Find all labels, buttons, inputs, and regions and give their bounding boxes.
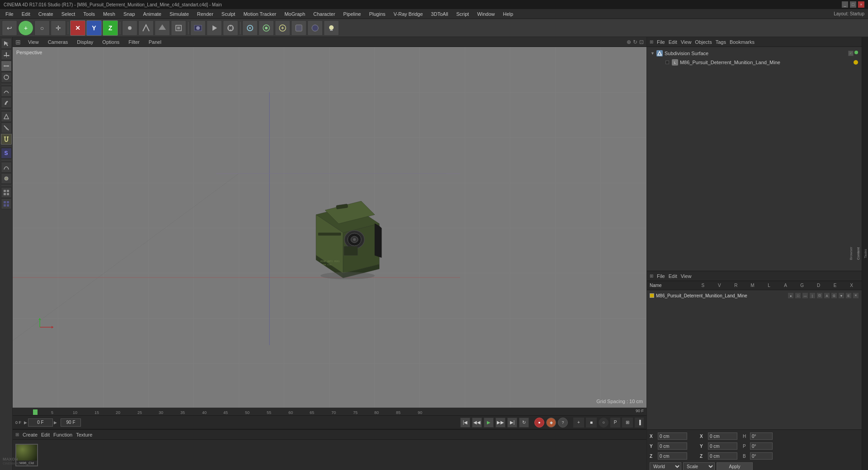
tool2-button[interactable] — [275, 20, 290, 36]
help-button[interactable]: ? — [558, 418, 568, 428]
menu-pipeline[interactable]: Pipeline — [340, 10, 364, 18]
points-mode-button[interactable] — [122, 20, 137, 36]
om-bookmarks-menu[interactable]: Bookmarks — [730, 39, 755, 45]
undo-button[interactable]: ↩ — [2, 20, 17, 36]
move-button[interactable]: ✛ — [51, 20, 66, 36]
attr-view-menu[interactable]: View — [681, 273, 692, 279]
add-key-button[interactable]: + — [573, 418, 584, 428]
viewport-view-menu[interactable]: View — [26, 38, 41, 46]
viewport-zoom-icon[interactable]: ⊕ — [627, 39, 631, 45]
go-to-end-button[interactable]: ▶| — [507, 418, 517, 428]
menu-vray[interactable]: V-Ray Bridge — [390, 10, 427, 18]
keyframe-button[interactable]: ◆ — [546, 418, 556, 428]
om-objects-menu[interactable]: Objects — [695, 39, 712, 45]
tool3-button[interactable] — [291, 20, 307, 36]
menu-mograph[interactable]: MoGraph — [281, 10, 309, 18]
tool-curve[interactable] — [1, 162, 12, 173]
remove-key-button[interactable]: ■ — [586, 418, 597, 428]
polygons-mode-button[interactable] — [155, 20, 170, 36]
edit-render-button[interactable] — [223, 20, 238, 36]
menu-animate[interactable]: Animate — [140, 10, 165, 18]
tool1-button[interactable] — [259, 20, 274, 36]
menu-select[interactable]: Select — [58, 10, 79, 18]
menu-create[interactable]: Create — [35, 10, 57, 18]
next-frame-button[interactable]: ▶▶ — [495, 418, 505, 428]
z-axis-button[interactable]: Z — [103, 20, 118, 36]
tool-grid2[interactable] — [1, 198, 12, 209]
attr-icon-m[interactable]: | — [809, 292, 816, 299]
viewport-display-menu[interactable]: Display — [75, 38, 95, 46]
maximize-button[interactable]: □ — [850, 1, 856, 8]
render-to-pic-button[interactable] — [190, 20, 206, 36]
om-file-menu[interactable]: File — [657, 39, 665, 45]
frame-go-btn[interactable]: ▶ — [54, 420, 57, 425]
menu-edit[interactable]: Edit — [18, 10, 34, 18]
menu-character[interactable]: Character — [310, 10, 339, 18]
tool-rotate[interactable] — [1, 72, 12, 83]
tab-browser[interactable]: Browser — [849, 245, 854, 262]
attr-file-menu[interactable]: File — [657, 273, 665, 279]
light-button[interactable] — [324, 20, 339, 36]
menu-mesh[interactable]: Mesh — [99, 10, 119, 18]
coord-y-pos[interactable] — [658, 442, 687, 450]
material-function-menu[interactable]: Function — [53, 432, 72, 437]
om-green-dot[interactable] — [854, 51, 858, 54]
tool-brush[interactable] — [1, 97, 12, 108]
menu-window[interactable]: Window — [473, 10, 498, 18]
P-button[interactable]: P — [610, 418, 620, 428]
menu-sculpt[interactable]: Sculpt — [218, 10, 239, 18]
viewport-panel-menu[interactable]: Panel — [147, 38, 163, 46]
close-button[interactable]: × — [858, 1, 864, 8]
3d-viewport[interactable]: Perspective — [13, 47, 646, 408]
menu-snap[interactable]: Snap — [120, 10, 139, 18]
minimize-button[interactable]: _ — [842, 1, 848, 8]
attr-icon-d[interactable]: ▼ — [838, 292, 844, 299]
tool4-button[interactable] — [307, 20, 323, 36]
om-edit-menu[interactable]: Edit — [669, 39, 677, 45]
attr-icon-eye[interactable]: ● — [788, 292, 794, 299]
go-to-start-button[interactable]: |◀ — [460, 418, 470, 428]
attr-icon-lock[interactable]: □ — [795, 292, 801, 299]
viewport-rotate-icon[interactable]: ↻ — [633, 39, 637, 45]
om-view-menu[interactable]: View — [681, 39, 692, 45]
y-axis-button[interactable]: Y — [86, 20, 102, 36]
viewport-filter-menu[interactable]: Filter — [127, 38, 141, 46]
tool-magnet[interactable] — [1, 134, 12, 145]
end-button[interactable]: ▐ — [635, 418, 644, 428]
tool-s[interactable]: S — [1, 148, 12, 159]
x-axis-button[interactable]: ✕ — [70, 20, 85, 36]
tool-spline[interactable] — [1, 86, 12, 97]
menu-simulate[interactable]: Simulate — [166, 10, 193, 18]
menu-script[interactable]: Script — [453, 10, 472, 18]
coord-apply-button[interactable]: Apply — [717, 462, 753, 470]
viewport-frame-icon[interactable]: ⊡ — [639, 39, 644, 45]
coord-x-size[interactable] — [708, 432, 737, 440]
om-yellow-dot[interactable] — [854, 60, 858, 65]
attr-edit-menu[interactable]: Edit — [669, 273, 677, 279]
om-item-m86[interactable]: ▼ L M86_Pursuit_Deterrent_Munition_Land_… — [649, 58, 860, 67]
material-texture-menu[interactable]: Texture — [76, 432, 92, 437]
tool-scale[interactable] — [1, 61, 12, 71]
viewport-options-menu[interactable]: Options — [100, 38, 121, 46]
material-create-menu[interactable]: Create — [23, 432, 38, 437]
coord-h[interactable] — [750, 432, 773, 440]
menu-file[interactable]: File — [2, 10, 17, 18]
object-mode-button[interactable] — [171, 20, 186, 36]
tool-polygon[interactable] — [1, 111, 12, 122]
menu-plugins[interactable]: Plugins — [365, 10, 389, 18]
menu-3dtoall[interactable]: 3DToAll — [427, 10, 452, 18]
coord-y-size[interactable] — [708, 442, 737, 450]
loop-button[interactable]: ↻ — [519, 418, 529, 428]
attr-icon-g[interactable]: G — [831, 292, 837, 299]
snap-tool-button[interactable] — [242, 20, 258, 36]
attr-row-m86[interactable]: M86_Pursuit_Deterrent_Munition_Land_Mine… — [649, 291, 860, 300]
coord-x-pos[interactable] — [658, 432, 687, 440]
end-frame-input[interactable] — [61, 418, 81, 427]
attr-icon-x[interactable]: ✕ — [853, 292, 859, 299]
om-item-subdivision[interactable]: ▼ Subdivision Surface ✓ — [649, 49, 860, 58]
edges-mode-button[interactable] — [138, 20, 154, 36]
coord-z-pos[interactable] — [658, 452, 687, 460]
tool-grid1[interactable] — [1, 187, 12, 198]
circle-key-button[interactable]: ○ — [599, 418, 609, 428]
attr-icon-r[interactable]: — — [802, 292, 808, 299]
